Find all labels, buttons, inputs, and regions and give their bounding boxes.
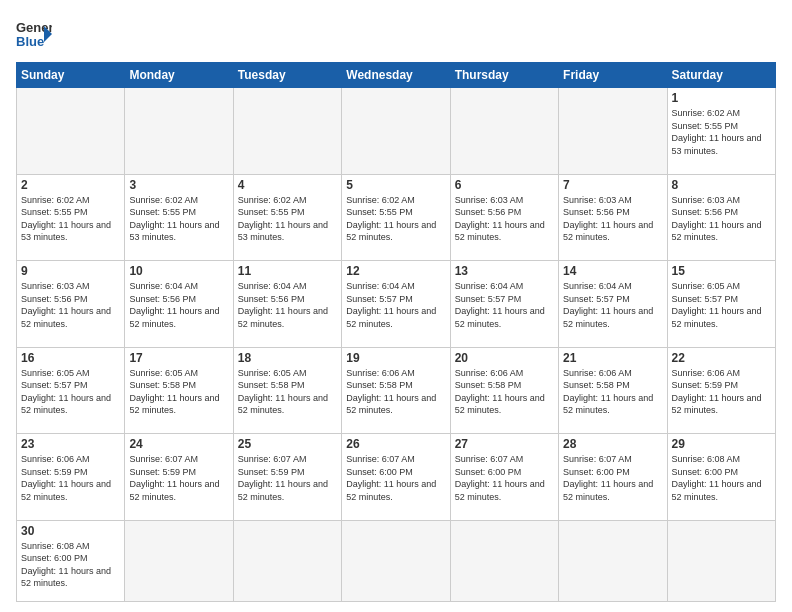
day-cell-7: 7Sunrise: 6:03 AMSunset: 5:56 PMDaylight… xyxy=(559,174,667,261)
day-info-27: Sunrise: 6:07 AMSunset: 6:00 PMDaylight:… xyxy=(455,453,554,503)
day-number-14: 14 xyxy=(563,264,662,278)
day-info-25: Sunrise: 6:07 AMSunset: 5:59 PMDaylight:… xyxy=(238,453,337,503)
day-cell-18: 18Sunrise: 6:05 AMSunset: 5:58 PMDayligh… xyxy=(233,347,341,434)
day-info-14: Sunrise: 6:04 AMSunset: 5:57 PMDaylight:… xyxy=(563,280,662,330)
day-cell-3: 3Sunrise: 6:02 AMSunset: 5:55 PMDaylight… xyxy=(125,174,233,261)
empty-cell xyxy=(559,520,667,601)
day-number-23: 23 xyxy=(21,437,120,451)
day-cell-6: 6Sunrise: 6:03 AMSunset: 5:56 PMDaylight… xyxy=(450,174,558,261)
day-number-3: 3 xyxy=(129,178,228,192)
day-cell-28: 28Sunrise: 6:07 AMSunset: 6:00 PMDayligh… xyxy=(559,434,667,521)
day-cell-8: 8Sunrise: 6:03 AMSunset: 5:56 PMDaylight… xyxy=(667,174,775,261)
day-number-29: 29 xyxy=(672,437,771,451)
empty-cell xyxy=(450,520,558,601)
header-saturday: Saturday xyxy=(667,63,775,88)
day-info-15: Sunrise: 6:05 AMSunset: 5:57 PMDaylight:… xyxy=(672,280,771,330)
calendar-table: SundayMondayTuesdayWednesdayThursdayFrid… xyxy=(16,62,776,602)
day-info-24: Sunrise: 6:07 AMSunset: 5:59 PMDaylight:… xyxy=(129,453,228,503)
logo: General Blue xyxy=(16,16,52,52)
week-row-0: 1Sunrise: 6:02 AMSunset: 5:55 PMDaylight… xyxy=(17,88,776,175)
day-info-28: Sunrise: 6:07 AMSunset: 6:00 PMDaylight:… xyxy=(563,453,662,503)
day-cell-17: 17Sunrise: 6:05 AMSunset: 5:58 PMDayligh… xyxy=(125,347,233,434)
day-cell-11: 11Sunrise: 6:04 AMSunset: 5:56 PMDayligh… xyxy=(233,261,341,348)
day-number-26: 26 xyxy=(346,437,445,451)
day-headers-row: SundayMondayTuesdayWednesdayThursdayFrid… xyxy=(17,63,776,88)
day-number-24: 24 xyxy=(129,437,228,451)
day-info-19: Sunrise: 6:06 AMSunset: 5:58 PMDaylight:… xyxy=(346,367,445,417)
empty-cell xyxy=(342,520,450,601)
page-header: General Blue xyxy=(16,16,776,52)
day-info-22: Sunrise: 6:06 AMSunset: 5:59 PMDaylight:… xyxy=(672,367,771,417)
day-number-19: 19 xyxy=(346,351,445,365)
empty-cell xyxy=(559,88,667,175)
day-number-17: 17 xyxy=(129,351,228,365)
week-row-5: 30Sunrise: 6:08 AMSunset: 6:00 PMDayligh… xyxy=(17,520,776,601)
header-sunday: Sunday xyxy=(17,63,125,88)
day-info-9: Sunrise: 6:03 AMSunset: 5:56 PMDaylight:… xyxy=(21,280,120,330)
header-tuesday: Tuesday xyxy=(233,63,341,88)
day-cell-26: 26Sunrise: 6:07 AMSunset: 6:00 PMDayligh… xyxy=(342,434,450,521)
day-info-20: Sunrise: 6:06 AMSunset: 5:58 PMDaylight:… xyxy=(455,367,554,417)
week-row-3: 16Sunrise: 6:05 AMSunset: 5:57 PMDayligh… xyxy=(17,347,776,434)
day-cell-29: 29Sunrise: 6:08 AMSunset: 6:00 PMDayligh… xyxy=(667,434,775,521)
day-info-11: Sunrise: 6:04 AMSunset: 5:56 PMDaylight:… xyxy=(238,280,337,330)
day-number-16: 16 xyxy=(21,351,120,365)
day-cell-20: 20Sunrise: 6:06 AMSunset: 5:58 PMDayligh… xyxy=(450,347,558,434)
day-info-13: Sunrise: 6:04 AMSunset: 5:57 PMDaylight:… xyxy=(455,280,554,330)
day-info-26: Sunrise: 6:07 AMSunset: 6:00 PMDaylight:… xyxy=(346,453,445,503)
day-cell-9: 9Sunrise: 6:03 AMSunset: 5:56 PMDaylight… xyxy=(17,261,125,348)
day-number-4: 4 xyxy=(238,178,337,192)
day-number-28: 28 xyxy=(563,437,662,451)
day-number-8: 8 xyxy=(672,178,771,192)
calendar-body: 1Sunrise: 6:02 AMSunset: 5:55 PMDaylight… xyxy=(17,88,776,602)
day-info-1: Sunrise: 6:02 AMSunset: 5:55 PMDaylight:… xyxy=(672,107,771,157)
header-monday: Monday xyxy=(125,63,233,88)
day-info-21: Sunrise: 6:06 AMSunset: 5:58 PMDaylight:… xyxy=(563,367,662,417)
empty-cell xyxy=(125,88,233,175)
day-number-18: 18 xyxy=(238,351,337,365)
day-cell-1: 1Sunrise: 6:02 AMSunset: 5:55 PMDaylight… xyxy=(667,88,775,175)
day-number-9: 9 xyxy=(21,264,120,278)
day-info-23: Sunrise: 6:06 AMSunset: 5:59 PMDaylight:… xyxy=(21,453,120,503)
day-number-12: 12 xyxy=(346,264,445,278)
day-number-2: 2 xyxy=(21,178,120,192)
day-number-5: 5 xyxy=(346,178,445,192)
day-number-15: 15 xyxy=(672,264,771,278)
day-number-30: 30 xyxy=(21,524,120,538)
day-number-27: 27 xyxy=(455,437,554,451)
empty-cell xyxy=(233,88,341,175)
logo-icon: General Blue xyxy=(16,16,52,52)
day-cell-14: 14Sunrise: 6:04 AMSunset: 5:57 PMDayligh… xyxy=(559,261,667,348)
day-info-17: Sunrise: 6:05 AMSunset: 5:58 PMDaylight:… xyxy=(129,367,228,417)
day-info-4: Sunrise: 6:02 AMSunset: 5:55 PMDaylight:… xyxy=(238,194,337,244)
day-info-18: Sunrise: 6:05 AMSunset: 5:58 PMDaylight:… xyxy=(238,367,337,417)
empty-cell xyxy=(125,520,233,601)
day-number-25: 25 xyxy=(238,437,337,451)
day-info-10: Sunrise: 6:04 AMSunset: 5:56 PMDaylight:… xyxy=(129,280,228,330)
day-info-16: Sunrise: 6:05 AMSunset: 5:57 PMDaylight:… xyxy=(21,367,120,417)
day-cell-16: 16Sunrise: 6:05 AMSunset: 5:57 PMDayligh… xyxy=(17,347,125,434)
day-info-2: Sunrise: 6:02 AMSunset: 5:55 PMDaylight:… xyxy=(21,194,120,244)
day-info-7: Sunrise: 6:03 AMSunset: 5:56 PMDaylight:… xyxy=(563,194,662,244)
day-number-10: 10 xyxy=(129,264,228,278)
day-cell-15: 15Sunrise: 6:05 AMSunset: 5:57 PMDayligh… xyxy=(667,261,775,348)
day-cell-12: 12Sunrise: 6:04 AMSunset: 5:57 PMDayligh… xyxy=(342,261,450,348)
empty-cell xyxy=(450,88,558,175)
day-number-11: 11 xyxy=(238,264,337,278)
day-cell-30: 30Sunrise: 6:08 AMSunset: 6:00 PMDayligh… xyxy=(17,520,125,601)
day-info-29: Sunrise: 6:08 AMSunset: 6:00 PMDaylight:… xyxy=(672,453,771,503)
day-cell-24: 24Sunrise: 6:07 AMSunset: 5:59 PMDayligh… xyxy=(125,434,233,521)
day-info-3: Sunrise: 6:02 AMSunset: 5:55 PMDaylight:… xyxy=(129,194,228,244)
day-number-20: 20 xyxy=(455,351,554,365)
day-number-6: 6 xyxy=(455,178,554,192)
day-cell-19: 19Sunrise: 6:06 AMSunset: 5:58 PMDayligh… xyxy=(342,347,450,434)
day-cell-10: 10Sunrise: 6:04 AMSunset: 5:56 PMDayligh… xyxy=(125,261,233,348)
day-info-6: Sunrise: 6:03 AMSunset: 5:56 PMDaylight:… xyxy=(455,194,554,244)
day-number-1: 1 xyxy=(672,91,771,105)
day-info-8: Sunrise: 6:03 AMSunset: 5:56 PMDaylight:… xyxy=(672,194,771,244)
week-row-2: 9Sunrise: 6:03 AMSunset: 5:56 PMDaylight… xyxy=(17,261,776,348)
week-row-1: 2Sunrise: 6:02 AMSunset: 5:55 PMDaylight… xyxy=(17,174,776,261)
day-cell-2: 2Sunrise: 6:02 AMSunset: 5:55 PMDaylight… xyxy=(17,174,125,261)
header-thursday: Thursday xyxy=(450,63,558,88)
day-cell-22: 22Sunrise: 6:06 AMSunset: 5:59 PMDayligh… xyxy=(667,347,775,434)
